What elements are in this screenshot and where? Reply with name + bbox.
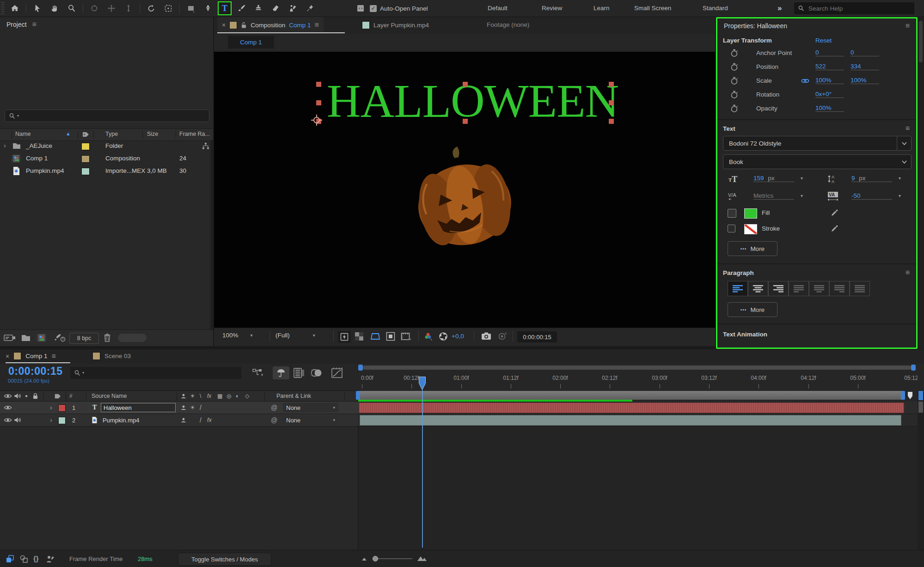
close-tab-icon[interactable]: × <box>222 21 226 29</box>
opacity-value[interactable]: 100% <box>815 104 844 112</box>
properties-scroll-strip[interactable] <box>918 17 924 349</box>
sort-ascending-icon[interactable]: ▲ <box>66 131 71 136</box>
subtab-comp1[interactable]: Comp 1 <box>228 36 274 49</box>
layer-bar-pumpkin[interactable] <box>360 415 901 426</box>
roto-brush-tool[interactable] <box>285 2 300 15</box>
time-ruler[interactable]: 0:00f 00:12f 01:00f 01:12f 02:00f 02:12f… <box>358 364 918 390</box>
project-col-size[interactable]: Size <box>147 131 158 137</box>
solo-column-icon[interactable]: ● <box>25 393 28 398</box>
text-section-menu-icon[interactable]: ≡ <box>906 125 910 132</box>
workspace-learn[interactable]: Learn <box>594 5 610 12</box>
magnification-dropdown[interactable]: 100% ▾ <box>222 332 253 339</box>
search-options-chevron-icon[interactable]: ▾ <box>82 371 84 375</box>
pan-camera-tool[interactable] <box>104 2 119 15</box>
quality-switch-icon[interactable]: / <box>200 416 202 424</box>
dolly-camera-tool[interactable] <box>121 2 136 15</box>
link-scale-icon[interactable] <box>801 78 810 84</box>
shy-column-icon[interactable] <box>180 393 187 399</box>
font-style-dropdown[interactable]: Book <box>723 154 912 169</box>
exposure-value[interactable]: +0,0 <box>452 333 464 340</box>
work-area-bar[interactable] <box>358 391 905 400</box>
timeline-scroll-thumb[interactable] <box>918 402 923 413</box>
parent-pick-whip-icon[interactable]: @ <box>271 416 277 424</box>
playhead-line[interactable] <box>422 390 423 548</box>
draft-3d-button[interactable] <box>273 366 289 379</box>
shy-switch-icon[interactable] <box>180 417 187 423</box>
orbit-camera-tool[interactable] <box>87 2 102 15</box>
timeline-panel-menu-icon[interactable]: ≡ <box>51 353 55 360</box>
expand-arrow-icon[interactable]: › <box>4 141 6 149</box>
render-engine-icon[interactable] <box>54 333 66 342</box>
kerning-chevron-icon[interactable]: ▾ <box>801 194 803 198</box>
unlock-icon[interactable] <box>241 22 247 29</box>
guides-options-icon[interactable] <box>401 332 412 341</box>
selection-handle-top-mid[interactable] <box>463 82 468 87</box>
leading-field[interactable]: 9 px <box>851 175 892 182</box>
workspace-review[interactable]: Review <box>542 5 562 12</box>
project-col-frame-rate[interactable]: Frame Ra... <box>179 131 210 137</box>
eraser-tool[interactable] <box>268 2 283 15</box>
playhead-marker[interactable] <box>418 376 426 390</box>
properties-panel-menu-icon[interactable]: ≡ <box>906 22 910 30</box>
zoom-slider-track[interactable] <box>376 558 412 559</box>
new-folder-icon[interactable] <box>21 333 31 342</box>
pumpkin-layer[interactable] <box>391 134 537 263</box>
label-column-tag-icon[interactable] <box>54 392 61 400</box>
zoom-slider-knob[interactable] <box>373 556 378 561</box>
layer-name[interactable]: Pumpkin.mp4 <box>103 417 139 424</box>
project-row-pumpkin[interactable]: Pumpkin.mp4 Importe...MEX 3,0 MB 30 <box>0 165 210 177</box>
project-row-comp1[interactable]: Comp 1 Composition 24 <box>0 152 210 165</box>
transparency-grid-icon[interactable] <box>355 332 364 341</box>
resolution-dropdown[interactable]: (Full) ▾ <box>275 332 315 339</box>
align-center-button[interactable] <box>748 281 768 296</box>
shy-switch-icon[interactable] <box>180 405 187 411</box>
effects-column-icon[interactable]: fx <box>207 393 211 399</box>
close-tab-icon[interactable]: × <box>6 353 9 360</box>
font-size-chevron-icon[interactable]: ▾ <box>801 176 803 181</box>
leading-chevron-icon[interactable]: ▾ <box>899 176 901 181</box>
tracking-chevron-icon[interactable]: ▾ <box>899 194 901 198</box>
paragraph-more-button[interactable]: ••• More <box>728 302 777 317</box>
selection-handle-mid-right[interactable] <box>609 100 614 105</box>
parent-link-column[interactable]: Parent & Link <box>276 393 311 399</box>
workspace-standard[interactable]: Standard <box>703 5 728 12</box>
font-family-dropdown[interactable]: Bodoni 72 Oldstyle <box>723 136 912 151</box>
work-area-end-handle[interactable] <box>901 391 905 400</box>
auto-open-panel-toggle[interactable]: ✓ Auto-Open Panel <box>370 5 428 12</box>
comp-label-swatch[interactable] <box>13 352 21 360</box>
expand-layer-icon[interactable]: › <box>50 416 52 424</box>
time-navigator-start-handle[interactable] <box>358 365 363 371</box>
current-timecode[interactable]: 0:00:00:15 <box>8 365 63 378</box>
justify-all-button[interactable] <box>850 281 870 296</box>
selection-handle-top-left[interactable] <box>316 82 321 87</box>
anchor-point-crosshair[interactable] <box>308 112 325 128</box>
zoom-tool[interactable] <box>64 2 79 15</box>
puppet-pin-tool[interactable] <box>302 2 317 15</box>
tab-layer-pumpkin[interactable]: Layer Pumpkin.mp4 <box>357 17 434 33</box>
selection-handle-mid-left[interactable] <box>316 100 321 105</box>
stopwatch-icon[interactable] <box>730 77 738 85</box>
hand-tool[interactable] <box>47 2 62 15</box>
quality-column-icon[interactable]: \ <box>200 393 201 399</box>
comp-marker-bin-icon[interactable] <box>907 391 913 400</box>
parent-dropdown[interactable]: None ▾ <box>283 403 338 412</box>
home-tool[interactable] <box>7 2 22 15</box>
anchor-point-x-value[interactable]: 0 <box>815 49 844 56</box>
layer-number-column-icon[interactable]: # <box>69 393 73 399</box>
expressions-icon[interactable]: {} <box>33 555 39 562</box>
time-navigator-bar[interactable] <box>363 366 911 370</box>
scale-x-value[interactable]: 100% <box>815 77 844 84</box>
toolbar-grip[interactable] <box>1 2 5 15</box>
fill-color-swatch[interactable] <box>744 208 757 219</box>
project-col-name[interactable]: Name <box>15 131 31 137</box>
comp-label-swatch[interactable] <box>229 21 237 29</box>
label-swatch[interactable] <box>81 168 90 175</box>
stopwatch-icon[interactable] <box>730 49 738 57</box>
collapse-switch-icon[interactable]: ☀ <box>190 404 195 411</box>
source-name-column[interactable]: Source Name <box>92 393 127 399</box>
project-search-box[interactable]: ▾ <box>5 110 209 122</box>
stroke-eyedropper-icon[interactable] <box>830 224 839 233</box>
justify-last-right-button[interactable] <box>829 281 850 296</box>
video-visibility-icon[interactable] <box>4 417 12 423</box>
label-swatch[interactable] <box>81 155 90 163</box>
